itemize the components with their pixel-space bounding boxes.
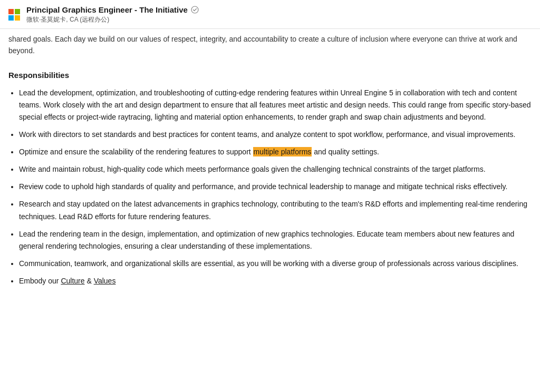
intro-partial-text: shared goals. Each day we build on our v…	[8, 29, 532, 65]
job-title: Principal Graphics Engineer - The Initia…	[26, 5, 188, 14]
content-area: shared goals. Each day we build on our v…	[0, 29, 540, 389]
responsibilities-title: Responsibilities	[8, 71, 532, 80]
list-item: Lead the rendering team in the design, i…	[19, 228, 532, 252]
list-item: Work with directors to set standards and…	[19, 129, 532, 141]
list-item: Optimize and ensure the scalability of t…	[19, 146, 532, 158]
intro-text: shared goals. Each day we build on our v…	[8, 35, 517, 55]
responsibilities-list: Lead the development, optimization, and …	[8, 87, 532, 287]
list-item: Review code to uphold high standards of …	[19, 181, 532, 193]
logo-yellow	[15, 15, 20, 21]
job-subtitle: 微软·圣莫妮卡, CA (远程办公)	[26, 15, 199, 24]
logo-red	[8, 9, 14, 14]
values-link[interactable]: Values	[94, 277, 116, 285]
microsoft-logo	[8, 9, 20, 21]
list-item: Embody our Culture & Values	[19, 275, 532, 287]
logo-blue	[8, 15, 14, 21]
list-item: Communication, teamwork, and organizatio…	[19, 258, 532, 270]
job-title-line: Principal Graphics Engineer - The Initia…	[26, 5, 199, 14]
list-item: Research and stay updated on the latest …	[19, 198, 532, 222]
list-item: Write and maintain robust, high-quality …	[19, 163, 532, 175]
culture-link[interactable]: Culture	[61, 277, 84, 285]
header: Principal Graphics Engineer - The Initia…	[0, 0, 540, 29]
svg-point-0	[191, 6, 198, 13]
logo-green	[15, 9, 20, 14]
highlighted-text: multiple platforms	[253, 147, 312, 156]
list-item: Lead the development, optimization, and …	[19, 87, 532, 123]
verified-icon	[191, 6, 199, 14]
header-title-block: Principal Graphics Engineer - The Initia…	[26, 5, 199, 24]
